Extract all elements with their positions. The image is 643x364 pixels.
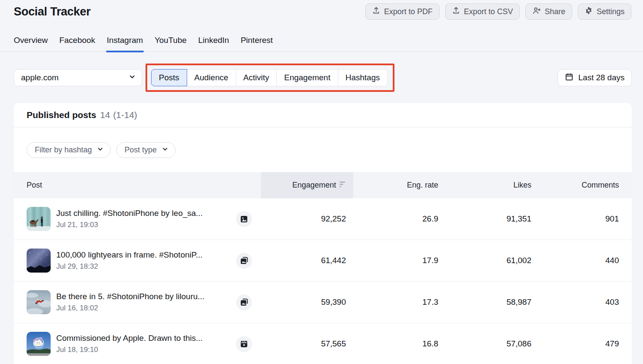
likes-value: 61,002 (446, 256, 539, 265)
calendar-icon (565, 73, 573, 83)
carousel-post-type-icon (236, 253, 252, 269)
tab-facebook[interactable]: Facebook (59, 36, 95, 52)
upload-icon (372, 6, 380, 17)
person-add-icon (532, 6, 541, 17)
eng-rate-value: 16.8 (353, 339, 446, 349)
posts-range: (1-14) (113, 110, 137, 120)
date-range-label: Last 28 days (578, 73, 625, 82)
post-cell: 100,000 lightyears in frame. #ShotoniP..… (14, 249, 261, 273)
upload-icon (452, 6, 460, 17)
published-posts-card: Published posts 14 (1-14) Filter by hash… (14, 103, 632, 364)
card-header: Published posts 14 (1-14) (14, 103, 632, 127)
likes-value: 58,987 (446, 297, 539, 307)
profile-select[interactable]: apple.com (14, 69, 142, 86)
post-title-link[interactable]: Be there in 5. #ShotoniPhone by lilouru.… (56, 292, 204, 301)
post-cell: Just chilling. #ShotoniPhone by leo_sa..… (14, 207, 261, 231)
section-tab-hashtags[interactable]: Hashtags (338, 69, 388, 86)
post-type-button[interactable]: Post type (116, 142, 176, 158)
share-label: Share (545, 7, 565, 16)
post-date: Jul 16, 18:02 (56, 304, 204, 312)
filter-by-hashtag-button[interactable]: Filter by hashtag (27, 142, 111, 158)
post-text: Be there in 5. #ShotoniPhone by lilouru.… (56, 292, 204, 312)
export-csv-label: Export to CSV (464, 7, 513, 16)
export-pdf-button[interactable]: Export to PDF (365, 3, 440, 20)
post-thumbnail[interactable] (27, 290, 51, 314)
chevron-down-icon (97, 146, 103, 155)
filter-by-hashtag-label: Filter by hashtag (35, 146, 92, 155)
comments-value: 440 (539, 256, 632, 265)
comments-value: 403 (539, 297, 632, 307)
engagement-value: 92,252 (261, 214, 353, 224)
tab-instagram[interactable]: Instagram (107, 36, 143, 52)
chevron-down-icon (162, 146, 168, 155)
post-cell: Be there in 5. #ShotoniPhone by lilouru.… (14, 290, 261, 314)
section-tab-audience[interactable]: Audience (187, 69, 236, 86)
annotation-highlight-box: Posts Audience Activity Engagement Hasht… (146, 64, 394, 92)
post-title-link[interactable]: Just chilling. #ShotoniPhone by leo_sa..… (56, 209, 203, 218)
likes-value: 57,086 (446, 339, 539, 349)
column-header-eng-rate[interactable]: Eng. rate (353, 181, 446, 190)
table-row: Be there in 5. #ShotoniPhone by lilouru.… (14, 282, 632, 323)
share-button[interactable]: Share (525, 3, 572, 20)
table-filter-row: Filter by hashtag Post type (14, 127, 632, 158)
column-header-engagement-label: Engagement (292, 181, 336, 190)
engagement-value: 61,442 (261, 256, 353, 265)
table-row: Just chilling. #ShotoniPhone by leo_sa..… (14, 198, 632, 240)
column-header-engagement[interactable]: Engagement (261, 172, 353, 198)
sort-descending-icon (340, 181, 346, 190)
post-cell: Commissioned by Apple. Drawn to this... … (14, 332, 261, 356)
posts-count: 14 (100, 110, 110, 120)
carousel-post-type-icon (236, 294, 252, 310)
eng-rate-value: 17.3 (353, 297, 446, 307)
video-post-type-icon (236, 336, 252, 352)
section-tab-posts[interactable]: Posts (151, 69, 187, 86)
eng-rate-value: 17.9 (353, 256, 446, 265)
engagement-value: 57,565 (261, 339, 353, 349)
social-tracker-page: Social Tracker Export to PDF Export to C… (0, 0, 643, 364)
column-header-likes[interactable]: Likes (446, 181, 539, 190)
eng-rate-value: 26.9 (353, 214, 446, 224)
column-header-comments[interactable]: Comments (539, 181, 632, 190)
post-title-link[interactable]: 100,000 lightyears in frame. #ShotoniP..… (56, 250, 203, 260)
post-date: Jul 21, 19:03 (56, 221, 203, 229)
page-title: Social Tracker (14, 5, 91, 18)
post-thumbnail[interactable] (27, 249, 51, 273)
posts-table: Post Engagement Eng. rate Likes Comments… (14, 172, 632, 364)
post-title-link[interactable]: Commissioned by Apple. Drawn to this... (56, 334, 203, 343)
comments-value: 479 (539, 339, 632, 349)
header-actions: Export to PDF Export to CSV Share Settin… (365, 3, 631, 20)
table-row: 100,000 lightyears in frame. #ShotoniP..… (14, 240, 632, 282)
engagement-value: 59,390 (261, 297, 353, 307)
post-text: Commissioned by Apple. Drawn to this... … (56, 334, 203, 354)
gear-icon (585, 6, 593, 17)
post-thumbnail[interactable] (27, 207, 51, 231)
page-header: Social Tracker Export to PDF Export to C… (0, 0, 643, 20)
table-row: Commissioned by Apple. Drawn to this... … (14, 323, 632, 364)
tab-linkedin[interactable]: LinkedIn (198, 36, 229, 52)
post-text: Just chilling. #ShotoniPhone by leo_sa..… (56, 209, 203, 229)
image-post-type-icon (236, 211, 252, 227)
card-title: Published posts (27, 110, 96, 120)
post-date: Jul 29, 18:32 (56, 262, 203, 271)
toolbar: apple.com Posts Audience Activity Engage… (0, 64, 643, 92)
section-tab-engagement[interactable]: Engagement (277, 69, 338, 86)
column-header-post[interactable]: Post (14, 181, 261, 190)
section-tab-activity[interactable]: Activity (236, 69, 277, 86)
post-date: Jul 18, 19:10 (56, 346, 203, 354)
post-thumbnail[interactable] (27, 332, 51, 356)
export-csv-button[interactable]: Export to CSV (445, 3, 520, 20)
chevron-down-icon (129, 73, 136, 82)
section-switcher: Posts Audience Activity Engagement Hasht… (151, 69, 388, 86)
post-text: 100,000 lightyears in frame. #ShotoniP..… (56, 250, 203, 271)
post-type-label: Post type (124, 146, 157, 155)
settings-button[interactable]: Settings (578, 3, 631, 20)
likes-value: 91,351 (446, 214, 539, 224)
tab-youtube[interactable]: YouTube (155, 36, 187, 52)
platform-tabs: Overview Facebook Instagram YouTube Link… (0, 36, 643, 52)
comments-value: 901 (539, 214, 632, 224)
settings-label: Settings (597, 7, 625, 16)
table-header-row: Post Engagement Eng. rate Likes Comments (14, 172, 632, 198)
tab-overview[interactable]: Overview (14, 36, 48, 52)
tab-pinterest[interactable]: Pinterest (241, 36, 273, 52)
date-range-button[interactable]: Last 28 days (558, 69, 632, 86)
